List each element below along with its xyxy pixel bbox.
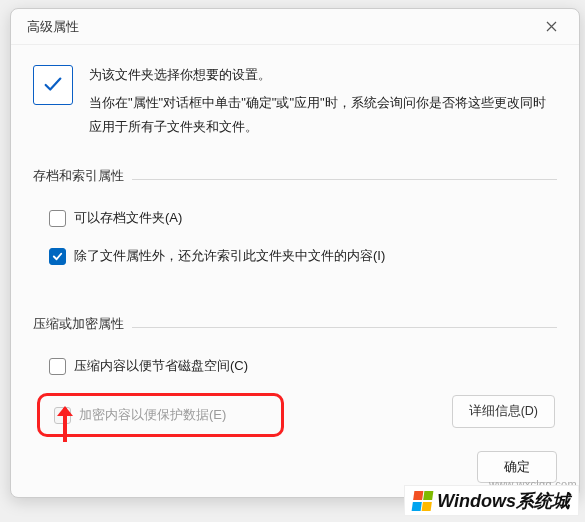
encrypt-checkbox-row: 加密内容以便保护数据(E) (50, 406, 273, 424)
divider (132, 179, 557, 180)
dialog-content: 为该文件夹选择你想要的设置。 当你在"属性"对话框中单击"确定"或"应用"时，系… (11, 45, 579, 473)
encrypt-label: 加密内容以便保护数据(E) (79, 406, 226, 424)
archive-checkbox[interactable] (49, 210, 66, 227)
header-section: 为该文件夹选择你想要的设置。 当你在"属性"对话框中单击"确定"或"应用"时，系… (33, 63, 557, 139)
header-line1: 为该文件夹选择你想要的设置。 (89, 63, 557, 87)
compress-encrypt-group: 压缩或加密属性 压缩内容以便节省磁盘空间(C) 加密内容以便保护数据(E) 详细… (33, 315, 557, 437)
check-icon (52, 251, 63, 262)
advanced-attributes-dialog: 高级属性 为该文件夹选择你想要的设置。 当你在"属性"对话框中单击"确定"或"应… (10, 8, 580, 498)
checkmark-icon (33, 65, 73, 105)
windows-logo-icon (412, 491, 435, 511)
archive-checkbox-row[interactable]: 可以存档文件夹(A) (33, 203, 557, 233)
watermark-text: Windows系统城 (437, 489, 570, 513)
titlebar: 高级属性 (11, 9, 579, 45)
group2-label: 压缩或加密属性 (33, 315, 124, 333)
compress-checkbox[interactable] (49, 358, 66, 375)
group1-label: 存档和索引属性 (33, 167, 124, 185)
archive-label: 可以存档文件夹(A) (74, 209, 182, 227)
watermark: Windows系统城 (404, 485, 579, 516)
index-checkbox[interactable] (49, 248, 66, 265)
arrow-annotation (51, 402, 79, 449)
divider (132, 327, 557, 328)
compress-label: 压缩内容以便节省磁盘空间(C) (74, 357, 248, 375)
dialog-title: 高级属性 (27, 18, 79, 36)
close-button[interactable] (535, 13, 567, 41)
archive-index-group: 存档和索引属性 可以存档文件夹(A) 除了文件属性外，还允许索引此文件夹中文件的… (33, 167, 557, 271)
details-button[interactable]: 详细信息(D) (452, 395, 555, 428)
header-line2: 当你在"属性"对话框中单击"确定"或"应用"时，系统会询问你是否将这些更改同时应… (89, 91, 557, 139)
compress-checkbox-row[interactable]: 压缩内容以便节省磁盘空间(C) (33, 351, 557, 381)
index-label: 除了文件属性外，还允许索引此文件夹中文件的内容(I) (74, 247, 385, 265)
header-text: 为该文件夹选择你想要的设置。 当你在"属性"对话框中单击"确定"或"应用"时，系… (89, 63, 557, 139)
close-icon (546, 21, 557, 32)
index-checkbox-row[interactable]: 除了文件属性外，还允许索引此文件夹中文件的内容(I) (33, 241, 557, 271)
